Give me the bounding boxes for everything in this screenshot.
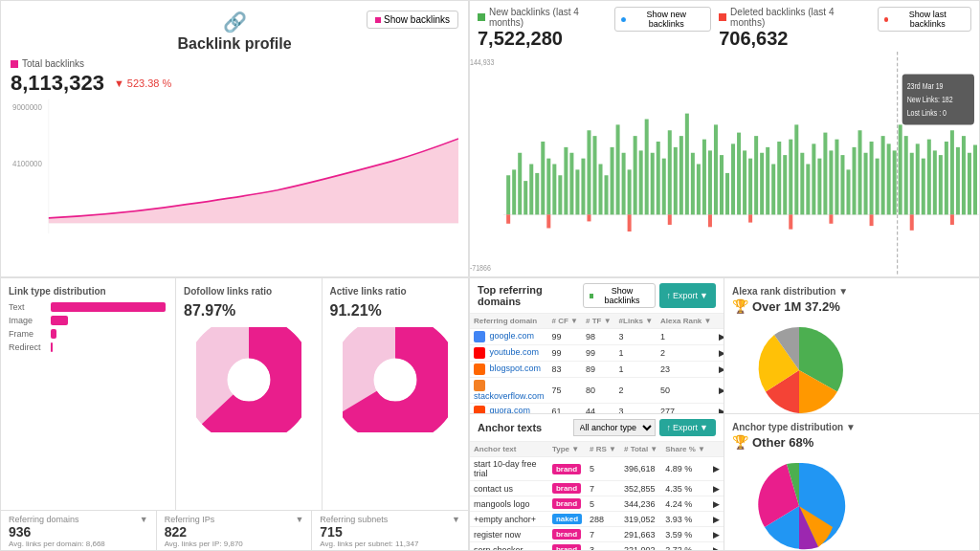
table-row: youtube.com 99 99 1 2 ▶ (470, 345, 724, 362)
export-anchor-btn[interactable]: ↑ Export ▼ (659, 419, 716, 436)
table-row: +empty anchor+ naked 288 319,052 3.93 % … (470, 512, 724, 527)
svg-rect-33 (657, 142, 660, 214)
export-referring-btn[interactable]: ↑ Export ▼ (659, 283, 716, 308)
type-badge: brand (552, 498, 581, 509)
anchor-dist-title: Anchor type distribution ▼ (732, 422, 971, 432)
alexa-number: Over 1M 37.2% (752, 299, 840, 314)
svg-rect-71 (876, 159, 880, 215)
svg-rect-34 (662, 159, 666, 215)
svg-rect-40 (697, 165, 701, 215)
total-backlinks-number: 8,113,323 (11, 71, 104, 96)
domain-link[interactable]: quora.com (490, 406, 531, 414)
svg-rect-81 (933, 150, 937, 214)
svg-rect-98 (870, 214, 874, 226)
table-row: start 10-day free trial brand 5 396,618 … (470, 457, 724, 481)
svg-rect-83 (945, 142, 948, 214)
svg-rect-48 (743, 150, 746, 214)
svg-rect-9 (518, 153, 522, 215)
referring-ips-stat: Referring IPs ▼ 822 Avg. links per IP: 9… (157, 511, 313, 551)
svg-rect-55 (783, 155, 787, 214)
svg-rect-57 (794, 124, 798, 214)
svg-rect-56 (789, 140, 792, 215)
svg-rect-60 (812, 143, 815, 214)
domain-favicon (474, 380, 485, 391)
svg-rect-42 (708, 150, 712, 214)
type-badge: naked (552, 514, 582, 524)
domain-link[interactable]: blogspot.com (490, 364, 542, 373)
svg-rect-37 (679, 136, 683, 214)
dofollow-number: 87.97% (184, 302, 235, 320)
svg-rect-76 (904, 136, 908, 214)
svg-rect-59 (806, 165, 810, 215)
anchor-texts-title: Anchor texts (478, 422, 542, 433)
svg-rect-75 (899, 124, 902, 214)
show-new-backlinks-btn[interactable]: Show new backlinks (614, 7, 711, 32)
svg-rect-66 (846, 169, 850, 214)
table-row: quora.com 61 44 3 277 ▶ (470, 404, 724, 415)
dofollow-title: Dofollow links ratio (184, 286, 272, 297)
svg-rect-38 (685, 114, 689, 215)
referring-domains-stat: Referring domains ▼ 936 Avg. links per d… (1, 511, 157, 551)
svg-rect-63 (829, 150, 833, 214)
svg-text:144,933: 144,933 (470, 58, 494, 68)
svg-rect-29 (634, 136, 637, 214)
show-backlinks-button[interactable]: Show backlinks (367, 11, 458, 29)
svg-text:New Links: 182: New Links: 182 (907, 95, 953, 104)
svg-rect-91 (587, 214, 590, 221)
active-links-panel: Active links ratio 91.21% (323, 278, 469, 510)
domain-link[interactable]: google.com (490, 331, 535, 341)
new-backlinks-label: New backlinks (last 4 months) (478, 7, 614, 28)
dofollow-panel: Dofollow links ratio 87.97% (176, 278, 323, 510)
domain-link[interactable]: stackoverflow.com (474, 391, 545, 401)
svg-rect-31 (645, 120, 649, 215)
svg-rect-61 (817, 159, 821, 215)
svg-rect-17 (564, 147, 568, 215)
svg-rect-46 (731, 143, 735, 214)
svg-rect-44 (720, 155, 724, 214)
svg-rect-30 (639, 150, 643, 214)
show-lost-backlinks-btn[interactable]: Show last backlinks (878, 7, 971, 32)
svg-rect-90 (546, 214, 550, 228)
alexa-pie-chart (732, 318, 866, 414)
domain-link[interactable]: youtube.com (490, 347, 540, 357)
table-row: register now brand 7 291,663 3.59 % ▶ (470, 527, 724, 542)
svg-rect-84 (950, 130, 954, 214)
svg-rect-92 (628, 214, 632, 231)
svg-rect-87 (968, 153, 971, 215)
active-links-pie (343, 327, 448, 432)
svg-rect-39 (691, 153, 695, 215)
svg-rect-28 (628, 169, 632, 214)
svg-rect-89 (506, 214, 510, 223)
svg-rect-10 (523, 181, 527, 214)
svg-rect-32 (651, 153, 655, 215)
svg-rect-25 (611, 147, 614, 215)
table-row: contact us brand 7 352,855 4.35 % ▶ (470, 481, 724, 496)
svg-rect-97 (829, 214, 833, 223)
svg-rect-77 (910, 153, 914, 215)
dofollow-pie (196, 327, 301, 432)
table-row: google.com 99 98 3 1 ▶ (470, 329, 724, 345)
svg-rect-20 (581, 159, 585, 215)
svg-rect-47 (737, 133, 741, 215)
svg-rect-96 (789, 214, 792, 229)
svg-rect-78 (916, 143, 920, 214)
svg-rect-86 (962, 136, 966, 214)
domain-favicon (474, 331, 485, 342)
anchor-type-dropdown[interactable]: All anchor type (573, 419, 656, 436)
type-badge: brand (552, 464, 581, 474)
new-backlinks-number: 7,522,280 (478, 28, 614, 50)
referring-domains-title: Top referring domains (478, 284, 583, 307)
show-backlinks-btn[interactable]: Show backlinks (583, 283, 656, 308)
svg-rect-95 (748, 214, 752, 222)
active-links-number: 91.21% (330, 302, 382, 320)
referring-domains-table: Referring domain # CF ▼ # TF ▼ #Links ▼ … (470, 314, 724, 414)
type-badge: brand (552, 483, 581, 494)
alexa-trophy: 🏆 (732, 298, 748, 314)
svg-rect-93 (668, 214, 672, 225)
svg-rect-62 (823, 133, 827, 215)
svg-rect-8 (512, 169, 516, 214)
referring-domains-section: Top referring domains Show backlinks ↑ E… (470, 278, 724, 414)
svg-rect-7 (506, 175, 510, 214)
svg-rect-21 (587, 130, 590, 214)
svg-rect-65 (840, 155, 844, 214)
